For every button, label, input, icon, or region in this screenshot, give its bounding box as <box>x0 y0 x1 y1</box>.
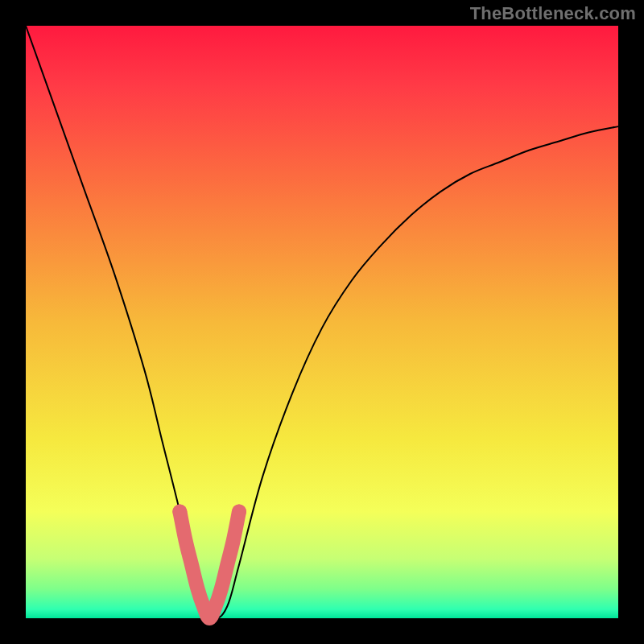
svg-point-1 <box>232 505 246 519</box>
plot-background <box>26 26 618 618</box>
watermark-text: TheBottleneck.com <box>470 3 636 24</box>
chart-stage: TheBottleneck.com <box>0 0 644 644</box>
svg-point-0 <box>172 505 187 519</box>
bottleneck-chart <box>0 0 644 644</box>
